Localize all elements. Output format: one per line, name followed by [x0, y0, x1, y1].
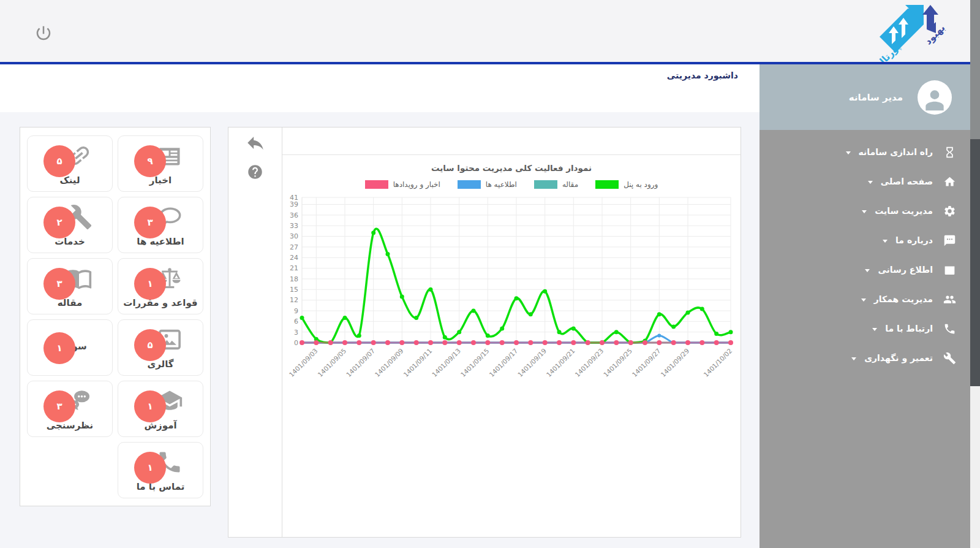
help-icon[interactable] [247, 164, 263, 182]
tile-articles[interactable]: مقاله ۳ [27, 258, 113, 314]
svg-text:1401/09/03: 1401/09/03 [287, 347, 318, 378]
page-header: داشبورد مدیریتی [0, 64, 760, 112]
tile-training[interactable]: آموزش ۱ [118, 381, 203, 437]
tile-label: خدمات [28, 236, 112, 247]
svg-text:33: 33 [290, 222, 298, 230]
tile-label: اطلاعیه ها [118, 236, 203, 247]
app-logo: بهبود پورتال [867, 1, 951, 62]
sidebar-item-5[interactable]: مدیریت همکار [760, 284, 980, 314]
svg-text:18: 18 [290, 275, 298, 283]
count-badge: ۲ [43, 207, 75, 238]
count-badge: ۳ [134, 207, 166, 238]
sidebar-item-1[interactable]: صفحه اصلی [760, 167, 980, 196]
svg-text:9: 9 [294, 307, 298, 315]
svg-text:1401/09/07: 1401/09/07 [345, 347, 376, 378]
sidebar-item-6[interactable]: ارتباط با ما [760, 314, 980, 343]
sidebar-menu: راه اندازی سامانه صفحه اصلی مدیریت سایت … [760, 130, 980, 373]
chart-panel: نمودار فعالیت کلی مدیریت محتوا سایت اخبا… [228, 127, 741, 538]
svg-text:1401/09/17: 1401/09/17 [488, 347, 519, 378]
tile-survey[interactable]: نظرسنجی ۳ [27, 381, 113, 437]
svg-text:1401/09/09: 1401/09/09 [373, 347, 404, 378]
tile-contact[interactable]: تماس با ما ۱ [118, 442, 203, 498]
tile-rules[interactable]: قواعد و مقررات ۱ [118, 258, 203, 314]
svg-text:1401/09/23: 1401/09/23 [573, 347, 605, 378]
wrench-icon [942, 351, 957, 365]
chart-toolbar [228, 127, 282, 537]
logo-text-primary: بهبود [922, 22, 947, 47]
tile-gallery[interactable]: گالری ۵ [118, 319, 203, 376]
svg-text:1401/09/05: 1401/09/05 [316, 347, 347, 378]
chevron-down-icon [862, 210, 867, 213]
svg-text:1401/09/15: 1401/09/15 [459, 347, 490, 378]
home-icon [942, 175, 957, 188]
scrollbar-thumb[interactable] [970, 139, 980, 386]
power-icon[interactable] [33, 23, 54, 44]
svg-text:21: 21 [290, 264, 298, 272]
svg-text:1401/09/11: 1401/09/11 [402, 347, 433, 378]
scrollbar-track[interactable] [970, 0, 980, 548]
tile-label: گالری [118, 359, 203, 370]
sidebar-item-2[interactable]: مدیریت سایت [760, 196, 980, 226]
back-icon[interactable] [245, 132, 266, 155]
legend-swatch [458, 180, 481, 189]
tile-label: آموزش [118, 420, 203, 431]
svg-text:15: 15 [290, 286, 298, 294]
svg-text:1401/09/29: 1401/09/29 [659, 347, 690, 378]
count-badge: ۳ [43, 390, 75, 422]
avatar[interactable] [918, 80, 952, 115]
chart-title: نمودار فعالیت کلی مدیریت محتوا سایت [282, 163, 741, 173]
count-badge: ۱ [134, 452, 166, 484]
gear-icon [942, 204, 957, 218]
svg-text:6: 6 [294, 318, 298, 325]
chart-body: نمودار فعالیت کلی مدیریت محتوا سایت اخبا… [282, 127, 741, 537]
profile-name: مدیر سامانه [849, 92, 903, 103]
chevron-down-icon [872, 328, 877, 331]
tile-services[interactable]: خدمات ۲ [27, 197, 113, 253]
legend-item: ورود به پنل [595, 180, 658, 189]
phone-icon [942, 322, 957, 335]
tile-questions[interactable]: سوالات ۱ [27, 319, 113, 376]
sidebar-item-4[interactable]: اطلاع رسانی [760, 255, 980, 284]
legend-swatch [534, 180, 557, 189]
count-badge: ۱ [134, 268, 166, 300]
newspaper-icon [942, 263, 957, 276]
count-badge: ۵ [43, 145, 75, 177]
chart-legend: اخبار و رویدادها اطلاعیه ها مقاله ورود ب… [282, 180, 741, 189]
scrollbar-track-bottom [970, 386, 980, 548]
count-badge: ۳ [43, 268, 75, 300]
tile-label: اخبار [118, 175, 203, 186]
tile-label: تماس با ما [118, 481, 203, 492]
sidebar-item-0[interactable]: راه اندازی سامانه [760, 137, 980, 167]
svg-text:0: 0 [294, 339, 298, 347]
tiles-panel: اخبار ۹ لینک ۵ اطلاعیه ها ۳ خدمات ۲ قواع… [20, 127, 211, 506]
main-content: نمودار فعالیت کلی مدیریت محتوا سایت اخبا… [0, 112, 760, 548]
activity-chart: 413936333027242118151296301401/09/031401… [282, 191, 741, 394]
legend-item: اطلاعیه ها [458, 180, 517, 189]
hourglass-icon [942, 145, 957, 159]
users-icon [942, 292, 957, 306]
svg-text:3: 3 [294, 329, 298, 337]
svg-text:1401/10/02: 1401/10/02 [702, 347, 733, 378]
sidebar: مدیر سامانه راه اندازی سامانه صفحه اصلی … [760, 64, 980, 548]
tile-label: مقاله [28, 297, 112, 308]
tile-label: نظرسنجی [28, 420, 112, 431]
chart-panel-header [282, 127, 741, 155]
legend-swatch [595, 180, 619, 189]
tile-announcements[interactable]: اطلاعیه ها ۳ [118, 197, 203, 253]
tile-links[interactable]: لینک ۵ [27, 135, 113, 192]
chevron-down-icon [861, 299, 866, 302]
svg-text:12: 12 [290, 296, 298, 304]
chevron-down-icon [865, 269, 870, 272]
svg-text:1401/09/25: 1401/09/25 [602, 347, 633, 378]
page-title: داشبورد مدیریتی [667, 70, 738, 80]
svg-text:1401/09/19: 1401/09/19 [516, 347, 548, 378]
tile-news[interactable]: اخبار ۹ [118, 135, 203, 192]
count-badge: ۹ [134, 145, 166, 177]
chevron-down-icon [883, 240, 888, 243]
sidebar-item-3[interactable]: درباره ما [760, 226, 980, 255]
svg-text:27: 27 [290, 243, 298, 251]
profile-section: مدیر سامانه [760, 64, 980, 130]
sidebar-item-7[interactable]: تعمیر و نگهداری [760, 343, 980, 373]
count-badge: ۱ [134, 390, 166, 422]
legend-item: اخبار و رویدادها [365, 180, 440, 189]
